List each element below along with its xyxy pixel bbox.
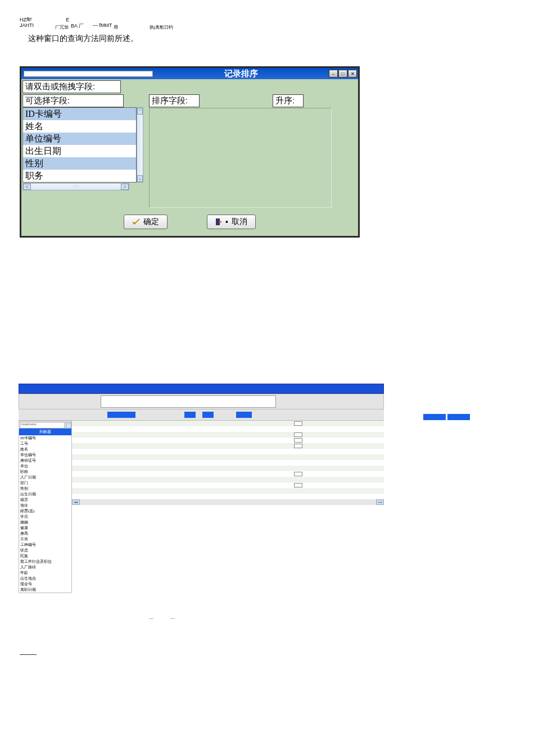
side-field-item[interactable]: 身份证号 — [19, 458, 71, 463]
toolbar-search-field[interactable] — [101, 395, 276, 408]
top-label-2b: 厂冗加 — [55, 24, 69, 30]
side-field-item[interactable]: 部门 — [19, 480, 71, 486]
side-field-item[interactable]: 婚姻 — [19, 520, 71, 525]
grid-row[interactable] — [72, 494, 384, 499]
available-field-item[interactable]: 职务 — [23, 170, 136, 182]
side-field-item[interactable]: 地址 — [19, 503, 71, 508]
side-field-item[interactable]: 单位 — [19, 463, 71, 469]
svg-point-0 — [133, 222, 135, 224]
win2-tab-4[interactable] — [236, 412, 252, 418]
side-field-item[interactable]: 学历 — [19, 514, 71, 520]
list-scrollbar-vertical[interactable]: ⌃ ⌄ — [137, 107, 143, 183]
side-field-item[interactable]: 方言 — [19, 536, 71, 542]
win2-toolbar — [19, 394, 384, 409]
grid-row[interactable] — [72, 477, 384, 482]
dialog-titlebar[interactable]: 记录排序 – □ ✕ — [21, 68, 358, 79]
win2-titlebar[interactable] — [19, 384, 384, 394]
close-button[interactable]: ✕ — [348, 70, 357, 78]
side-search-box[interactable]: rouervous — [20, 422, 65, 429]
available-fields-label: 可选择字段: — [22, 94, 124, 107]
grid-scrollbar-horizontal[interactable]: ◂◂ ― — [72, 499, 384, 505]
side-field-item[interactable]: 入厂日期 — [19, 475, 71, 480]
row-checkbox[interactable] — [294, 483, 302, 488]
scroll-h-track[interactable]: ⫶⫶⫶ — [31, 184, 121, 190]
minimize-button[interactable]: – — [329, 70, 338, 78]
win2-tab-r1[interactable] — [423, 414, 446, 420]
maximize-button[interactable]: □ — [338, 70, 347, 78]
side-field-item[interactable]: 状态 — [19, 548, 71, 553]
grid-row[interactable] — [72, 482, 384, 488]
side-field-item[interactable]: ID卡编号 — [19, 435, 71, 441]
list-scrollbar-horizontal[interactable]: < ⫶⫶⫶ > — [22, 183, 129, 190]
scroll-up-arrow-icon[interactable]: ⌃ — [137, 108, 143, 115]
side-field-item[interactable]: 工号 — [19, 441, 71, 447]
top-label-2d: — fMMT — [93, 22, 112, 30]
grid-row[interactable] — [72, 488, 384, 494]
grid-row[interactable] — [72, 438, 384, 443]
cancel-button[interactable]: • 取消 — [207, 215, 256, 229]
row-checkbox[interactable] — [294, 432, 302, 437]
row-checkbox[interactable] — [294, 421, 302, 426]
side-field-item[interactable]: 职称 — [19, 469, 71, 475]
grid-row[interactable] — [72, 466, 384, 471]
scroll-left-arrow-icon[interactable]: < — [23, 184, 31, 190]
available-field-item[interactable]: 单位编号 — [23, 133, 136, 145]
top-label-2e: 用 — [114, 24, 118, 30]
caption-text: 这种窗口的查询方法同前所述。 — [28, 34, 514, 44]
side-field-item[interactable]: 现金号 — [19, 581, 71, 587]
field-side-panel: rouervous ⌃ 列标题 ID卡编号工号姓名单位编号身份证号单位职称入厂日… — [19, 421, 72, 593]
side-field-item[interactable]: 工种编号 — [19, 542, 71, 548]
side-field-item[interactable]: 身高 — [19, 531, 71, 536]
top-label-2c: BA 厂 — [71, 22, 84, 30]
scroll-right-arrow-icon[interactable]: > — [121, 184, 129, 190]
grid-row[interactable] — [72, 449, 384, 454]
side-field-item[interactable]: 性别 — [19, 486, 71, 491]
grid-scroll-left-icon[interactable]: ◂◂ — [72, 499, 80, 505]
side-scroll-up-icon[interactable]: ⌃ — [66, 422, 71, 429]
top-label-1b: E — [66, 17, 69, 22]
side-field-item[interactable]: 出生日期 — [19, 491, 71, 497]
win2-tab-r2[interactable] — [447, 414, 470, 420]
ok-label: 确定 — [143, 217, 159, 227]
title-input-bar[interactable] — [24, 71, 153, 77]
grid-row[interactable] — [72, 443, 384, 449]
row-checkbox[interactable] — [294, 438, 302, 443]
win2-tab-3[interactable] — [202, 412, 214, 418]
sort-fields-panel[interactable] — [149, 108, 332, 208]
side-field-item[interactable]: 入厂路径 — [19, 564, 71, 570]
side-field-item[interactable]: 单位编号 — [19, 452, 71, 458]
win2-tab-2[interactable] — [184, 412, 196, 418]
grid-row[interactable] — [72, 471, 384, 477]
available-field-item[interactable]: 姓名 — [23, 120, 136, 133]
data-browser-window: rouervous ⌃ 列标题 ID卡编号工号姓名单位编号身份证号单位职称入厂日… — [19, 384, 384, 593]
scroll-down-arrow-icon[interactable]: ⌄ — [137, 175, 143, 182]
available-field-item[interactable]: ID卡编号 — [23, 108, 136, 120]
win2-tab-1[interactable] — [107, 412, 135, 418]
below-dashes: — — — [0, 593, 534, 621]
grid-scroll-right-icon[interactable]: ― — [376, 499, 384, 505]
side-field-item[interactable]: 健康 — [19, 525, 71, 531]
available-fields-list[interactable]: ID卡编号姓名单位编号出生日期性别职务 — [22, 107, 137, 183]
side-field-item[interactable]: 出生地点 — [19, 576, 71, 581]
row-checkbox[interactable] — [294, 472, 302, 476]
cancel-dot: • — [225, 217, 228, 226]
side-field-item[interactable]: 离职日期 — [19, 587, 71, 593]
side-field-item[interactable]: 籍贯 — [19, 497, 71, 503]
side-field-item[interactable]: 姓名 — [19, 447, 71, 452]
available-field-item[interactable]: 性别 — [23, 157, 136, 170]
grid-row[interactable] — [72, 432, 384, 438]
side-field-item[interactable]: 邮票(选) — [19, 508, 71, 514]
side-field-item[interactable]: 前工作行业及职位 — [19, 559, 71, 564]
grid-row[interactable] — [72, 454, 384, 460]
instruction-label: 请双击或拖拽字段: — [22, 80, 121, 93]
data-grid[interactable]: ◂◂ ― — [72, 421, 384, 593]
grid-row[interactable] — [72, 460, 384, 466]
grid-row[interactable] — [72, 426, 384, 432]
side-field-item[interactable]: 年龄 — [19, 570, 71, 576]
grid-row[interactable] — [72, 421, 384, 426]
side-field-item[interactable]: 民族 — [19, 553, 71, 559]
row-checkbox[interactable] — [294, 444, 302, 448]
available-field-item[interactable]: 出生日期 — [23, 145, 136, 157]
ok-button[interactable]: 确定 — [124, 215, 168, 229]
sort-fields-label: 排序字段: — [149, 94, 200, 107]
